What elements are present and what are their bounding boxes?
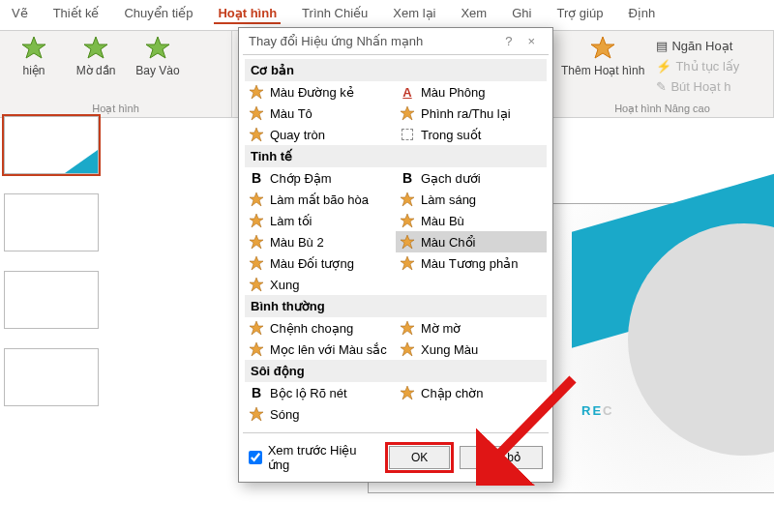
star-icon [400, 385, 415, 400]
tab-help[interactable]: Trợ giúp [552, 4, 607, 24]
effect-item[interactable]: Trong suốt [396, 124, 547, 145]
tab-view[interactable]: Xem [457, 4, 491, 24]
tab-review[interactable]: Xem lại [389, 4, 439, 24]
effect-item[interactable]: Mọc lên với Màu sắc [245, 339, 396, 360]
effect-label: Màu Phông [421, 85, 486, 100]
font-icon: A [400, 84, 415, 100]
effect-label: Màu Tô [270, 106, 313, 121]
effect-item[interactable]: BBộc lộ Rõ nét [245, 382, 396, 403]
effect-label: Màu Tương phản [421, 256, 518, 271]
tab-design[interactable]: Thiết kế [49, 4, 104, 24]
canvas-title-text: REC [581, 378, 613, 425]
effect-item[interactable]: Làm sáng [396, 189, 547, 210]
star-icon [249, 84, 264, 100]
effect-item[interactable]: Màu Chổi [396, 231, 547, 252]
trigger-icon: ⚡ [656, 59, 671, 74]
effect-item[interactable]: Chệnh choạng [245, 317, 396, 339]
effect-item[interactable]: Xung [245, 274, 396, 295]
effect-item[interactable]: Chập chờn [396, 382, 547, 403]
effect-item[interactable]: Làm tối [245, 210, 396, 231]
star-icon [249, 192, 264, 207]
slide-thumb-4[interactable] [4, 348, 99, 406]
effect-label: Màu Bù [421, 214, 464, 228]
svg-marker-2 [146, 37, 169, 58]
anim-fade[interactable]: Mờ dần [72, 35, 120, 77]
dialog-help-button[interactable]: ? [497, 34, 520, 48]
svg-marker-21 [401, 386, 414, 399]
add-animation-button[interactable]: Thêm Hoạt hình [561, 35, 644, 96]
star-icon [144, 35, 171, 62]
group-title-advanced: Hoạt hình Nâng cao [561, 103, 763, 115]
star-icon [400, 105, 415, 121]
animation-pane-button[interactable]: ▤Ngăn Hoạt [652, 37, 743, 55]
svg-marker-22 [250, 407, 263, 421]
star-icon [20, 35, 47, 62]
effect-label: Làm tối [270, 214, 312, 228]
preview-checkbox-input[interactable] [249, 451, 262, 464]
ok-button[interactable]: OK [389, 446, 450, 469]
category-subtle: Tinh tế [245, 145, 547, 167]
trigger-button[interactable]: ⚡Thủ tục lấy [652, 57, 743, 75]
effect-label: Mọc lên với Màu sắc [270, 342, 387, 357]
effect-item[interactable]: Màu Tô [245, 103, 396, 124]
category-moderate: Bình thường [245, 295, 547, 317]
effect-item[interactable]: Phình ra/Thu lại [396, 103, 547, 124]
dialog-close-button[interactable]: × [520, 34, 543, 48]
svg-marker-0 [22, 37, 45, 58]
effect-item[interactable]: Mờ mờ [396, 317, 547, 339]
effect-item[interactable]: Màu Đối tượng [245, 252, 396, 274]
effect-item[interactable]: AMàu Phông [396, 81, 547, 103]
painter-icon: ✎ [656, 79, 667, 94]
svg-marker-14 [250, 256, 263, 270]
star-icon [249, 406, 264, 422]
tab-format[interactable]: Định [624, 4, 659, 24]
effect-item[interactable]: Xung Màu [396, 339, 547, 360]
animation-painter-button[interactable]: ✎Bút Hoạt h [652, 77, 743, 96]
star-icon [249, 277, 264, 292]
effect-item[interactable]: Màu Bù 2 [245, 231, 396, 252]
star-icon [400, 234, 415, 250]
effect-label: Gạch dưới [421, 171, 481, 186]
change-emphasis-effect-dialog: Thay đổi Hiệu ứng Nhấn mạnh ? × Cơ bản M… [238, 27, 553, 483]
effect-item[interactable]: BChớp Đậm [245, 167, 396, 189]
star-icon [249, 234, 264, 250]
preview-effect-checkbox[interactable]: Xem trước Hiệu ứng [249, 443, 379, 472]
slide-thumb-3[interactable] [4, 271, 99, 329]
svg-marker-10 [250, 214, 263, 227]
star-icon [249, 341, 264, 357]
effect-item[interactable]: Màu Bù [396, 210, 547, 231]
tab-animations[interactable]: Hoạt hình [214, 4, 281, 24]
svg-marker-8 [250, 192, 263, 206]
star-icon [400, 255, 415, 271]
svg-marker-19 [250, 342, 263, 356]
effect-item[interactable]: Màu Đường kẻ [245, 81, 396, 103]
slide-thumbnails [4, 116, 99, 406]
star-icon [249, 127, 264, 142]
star-icon [400, 192, 415, 207]
tab-slideshow[interactable]: Trình Chiếu [298, 4, 372, 24]
svg-marker-7 [250, 128, 263, 141]
anim-appear[interactable]: hiện [10, 35, 58, 77]
effect-item[interactable]: Quay tròn [245, 124, 396, 145]
effect-label: Màu Đối tượng [270, 256, 354, 271]
tab-draw[interactable]: Vẽ [8, 4, 32, 24]
effect-item[interactable]: Sóng [245, 403, 396, 425]
tab-transitions[interactable]: Chuyển tiếp [120, 4, 196, 24]
star-plus-icon [589, 35, 616, 62]
effect-item[interactable]: Màu Tương phản [396, 252, 547, 274]
effect-label: Màu Đường kẻ [270, 85, 354, 100]
svg-marker-6 [401, 106, 414, 120]
effect-label: Quay tròn [270, 128, 325, 142]
cancel-button[interactable]: Hủy bỏ [460, 446, 543, 469]
box-icon [400, 127, 415, 142]
slide-thumb-2[interactable] [4, 193, 99, 251]
effect-list[interactable]: Cơ bản Màu Đường kẻAMàu PhôngMàu TôPhình… [243, 54, 549, 433]
tab-record[interactable]: Ghi [508, 4, 535, 24]
star-icon [400, 341, 415, 357]
bold-icon: B [249, 385, 264, 400]
effect-item[interactable]: Làm mất bão hòa [245, 189, 396, 210]
star-icon [249, 320, 264, 336]
effect-item[interactable]: BGạch dưới [396, 167, 547, 189]
slide-thumb-1[interactable] [4, 116, 99, 174]
anim-flyin[interactable]: Bay Vào [134, 35, 182, 77]
